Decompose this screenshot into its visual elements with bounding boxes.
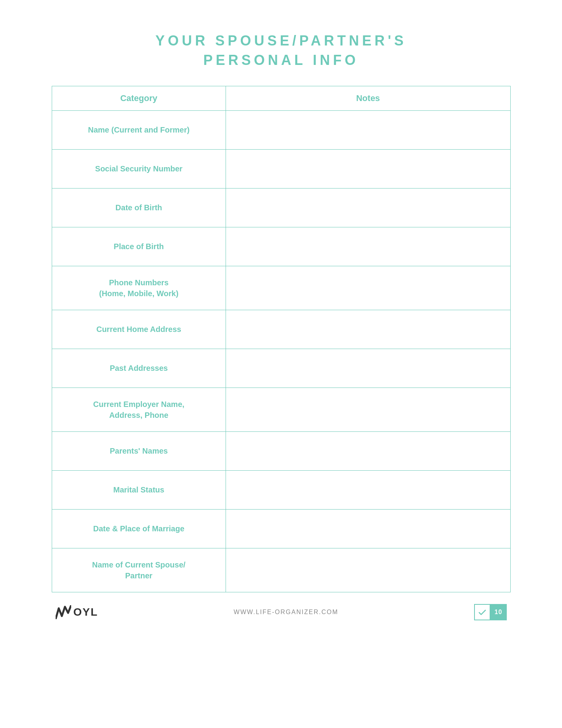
category-label: Social Security Number <box>95 163 183 174</box>
table-row: Current Home Address <box>52 310 510 349</box>
row-category-4: Phone Numbers (Home, Mobile, Work) <box>52 266 226 310</box>
title-line1: YOUR SPOUSE/PARTNER'S <box>156 33 407 49</box>
table-row: Name (Current and Former) <box>52 111 510 150</box>
category-label: Current Home Address <box>96 324 181 335</box>
row-notes-9 <box>226 471 510 509</box>
table-row: Parents' Names <box>52 432 510 471</box>
row-category-0: Name (Current and Former) <box>52 111 226 149</box>
row-category-2: Date of Birth <box>52 189 226 227</box>
row-notes-5 <box>226 310 510 349</box>
row-notes-0 <box>226 111 510 149</box>
row-notes-7 <box>226 388 510 431</box>
logo: OYL <box>56 605 98 619</box>
row-category-6: Past Addresses <box>52 349 226 388</box>
page-number: 10 <box>495 609 502 616</box>
row-notes-4 <box>226 266 510 310</box>
category-label: Place of Birth <box>114 241 164 252</box>
website-url: WWW.LIFE-ORGANIZER.COM <box>234 609 338 616</box>
row-category-5: Current Home Address <box>52 310 226 349</box>
table-row: Current Employer Name, Address, Phone <box>52 388 510 432</box>
row-notes-3 <box>226 227 510 266</box>
logo-icon <box>56 605 71 619</box>
table-row: Place of Birth <box>52 227 510 266</box>
row-notes-11 <box>226 548 510 592</box>
row-category-10: Date & Place of Marriage <box>52 510 226 548</box>
title-line2: PERSONAL INFO <box>203 52 359 68</box>
category-label: Phone Numbers (Home, Mobile, Work) <box>99 277 179 299</box>
table-row: Phone Numbers (Home, Mobile, Work) <box>52 266 510 310</box>
row-category-1: Social Security Number <box>52 150 226 188</box>
row-notes-1 <box>226 150 510 188</box>
category-label: Date of Birth <box>116 202 162 213</box>
table-row: Past Addresses <box>52 349 510 388</box>
row-category-8: Parents' Names <box>52 432 226 470</box>
table-row: Social Security Number <box>52 150 510 189</box>
table-row: Date & Place of Marriage <box>52 510 510 548</box>
table-row: Marital Status <box>52 471 510 510</box>
page-num-box: 10 <box>490 604 507 620</box>
category-label: Date & Place of Marriage <box>93 523 185 534</box>
table-row: Name of Current Spouse/ Partner <box>52 548 510 592</box>
checkmark-icon <box>478 608 487 617</box>
footer: OYL WWW.LIFE-ORGANIZER.COM 10 <box>52 604 511 620</box>
page-title: YOUR SPOUSE/PARTNER'S PERSONAL INFO <box>156 31 407 70</box>
table-row: Date of Birth <box>52 189 510 227</box>
info-table: Category Notes Name (Current and Former)… <box>52 86 511 592</box>
category-label: Name (Current and Former) <box>88 124 189 135</box>
row-notes-10 <box>226 510 510 548</box>
category-label: Current Employer Name, Address, Phone <box>93 399 185 421</box>
page-number-box: 10 <box>474 604 507 620</box>
category-label: Past Addresses <box>110 363 168 374</box>
row-category-3: Place of Birth <box>52 227 226 266</box>
table-rows: Name (Current and Former)Social Security… <box>52 111 510 592</box>
header-notes: Notes <box>226 86 510 110</box>
row-category-11: Name of Current Spouse/ Partner <box>52 548 226 592</box>
row-notes-2 <box>226 189 510 227</box>
category-label: Parents' Names <box>110 445 168 456</box>
row-category-7: Current Employer Name, Address, Phone <box>52 388 226 431</box>
category-label: Name of Current Spouse/ Partner <box>92 559 186 581</box>
header-category: Category <box>52 86 226 110</box>
category-label: Marital Status <box>113 484 164 495</box>
row-notes-8 <box>226 432 510 470</box>
table-header: Category Notes <box>52 86 510 111</box>
logo-text: OYL <box>74 606 98 618</box>
row-notes-6 <box>226 349 510 388</box>
row-category-9: Marital Status <box>52 471 226 509</box>
checkmark-box <box>474 604 490 620</box>
